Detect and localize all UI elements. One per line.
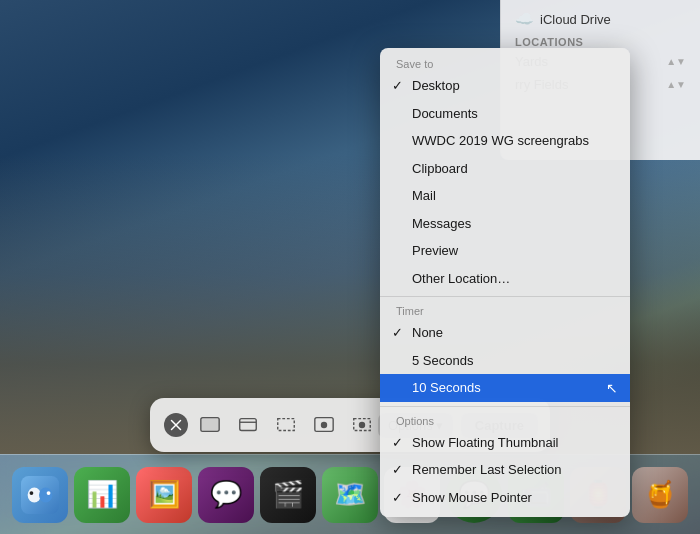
slack-icon: 💬 bbox=[210, 479, 242, 510]
icloud-title: iCloud Drive bbox=[540, 12, 611, 27]
capture-fullscreen-button[interactable] bbox=[194, 409, 226, 441]
maps-icon: 🗺️ bbox=[334, 479, 366, 510]
menu-item-none[interactable]: None bbox=[380, 319, 630, 347]
fullscreen-icon bbox=[199, 414, 221, 436]
context-menu: Save to Desktop Documents WWDC 2019 WG s… bbox=[380, 48, 630, 517]
svg-point-10 bbox=[359, 422, 365, 428]
dock-item-slack[interactable]: 💬 bbox=[198, 467, 254, 523]
svg-rect-6 bbox=[278, 419, 295, 431]
window-icon bbox=[237, 414, 259, 436]
photos-app-icon: 🖼️ bbox=[148, 479, 180, 510]
menu-item-10-seconds[interactable]: 10 Seconds ↖ bbox=[380, 374, 630, 402]
svg-point-14 bbox=[30, 491, 34, 495]
toolbar-close-button[interactable] bbox=[164, 413, 188, 437]
menu-item-messages[interactable]: Messages bbox=[380, 210, 630, 238]
icloud-fields-arrow[interactable]: ▲▼ bbox=[666, 79, 686, 90]
svg-point-13 bbox=[39, 487, 52, 502]
timer-header: Timer bbox=[380, 301, 630, 319]
menu-item-remember-selection[interactable]: Remember Last Selection bbox=[380, 456, 630, 484]
record-screen-button[interactable] bbox=[308, 409, 340, 441]
menu-item-5-seconds[interactable]: 5 Seconds bbox=[380, 347, 630, 375]
dock-item-photos-app[interactable]: 🖼️ bbox=[136, 467, 192, 523]
menu-item-desktop[interactable]: Desktop bbox=[380, 72, 630, 100]
menu-item-clipboard[interactable]: Clipboard bbox=[380, 155, 630, 183]
capture-window-button[interactable] bbox=[232, 409, 264, 441]
close-x-icon bbox=[170, 419, 182, 431]
dock-item-squash[interactable]: 🍯 bbox=[632, 467, 688, 523]
separator-2 bbox=[380, 406, 630, 407]
numbers-icon: 📊 bbox=[86, 479, 118, 510]
menu-item-wwdc[interactable]: WWDC 2019 WG screengrabs bbox=[380, 127, 630, 155]
capture-selection-button[interactable] bbox=[270, 409, 302, 441]
record-screen-icon bbox=[313, 414, 335, 436]
dock-item-maps[interactable]: 🗺️ bbox=[322, 467, 378, 523]
svg-rect-4 bbox=[240, 419, 257, 431]
menu-item-mail[interactable]: Mail bbox=[380, 182, 630, 210]
icloud-icon: ☁️ bbox=[515, 10, 534, 28]
menu-item-show-thumbnail[interactable]: Show Floating Thumbnail bbox=[380, 429, 630, 457]
options-header: Options bbox=[380, 411, 630, 429]
cursor-pointer-icon: ↖ bbox=[606, 377, 618, 398]
icloud-header: ☁️ iCloud Drive bbox=[501, 0, 700, 34]
save-to-header: Save to bbox=[380, 54, 630, 72]
selection-rect-icon bbox=[275, 414, 297, 436]
svg-point-8 bbox=[321, 422, 327, 428]
dock-item-final-cut[interactable]: 🎬 bbox=[260, 467, 316, 523]
record-selection-button[interactable] bbox=[346, 409, 378, 441]
svg-point-12 bbox=[28, 487, 41, 502]
svg-point-15 bbox=[47, 491, 51, 495]
final-cut-icon: 🎬 bbox=[272, 479, 304, 510]
icloud-yards-arrow: ▲▼ bbox=[666, 56, 686, 67]
menu-item-other-location[interactable]: Other Location… bbox=[380, 265, 630, 293]
dock-item-finder[interactable] bbox=[12, 467, 68, 523]
squash-icon: 🍯 bbox=[644, 479, 676, 510]
svg-rect-3 bbox=[201, 418, 219, 432]
record-selection-icon bbox=[351, 414, 373, 436]
menu-item-preview[interactable]: Preview bbox=[380, 237, 630, 265]
toolbar-icon-group bbox=[164, 409, 378, 441]
menu-item-show-pointer[interactable]: Show Mouse Pointer bbox=[380, 484, 630, 512]
dock-item-numbers[interactable]: 📊 bbox=[74, 467, 130, 523]
separator-1 bbox=[380, 296, 630, 297]
menu-item-documents[interactable]: Documents bbox=[380, 100, 630, 128]
finder-icon bbox=[21, 476, 59, 514]
